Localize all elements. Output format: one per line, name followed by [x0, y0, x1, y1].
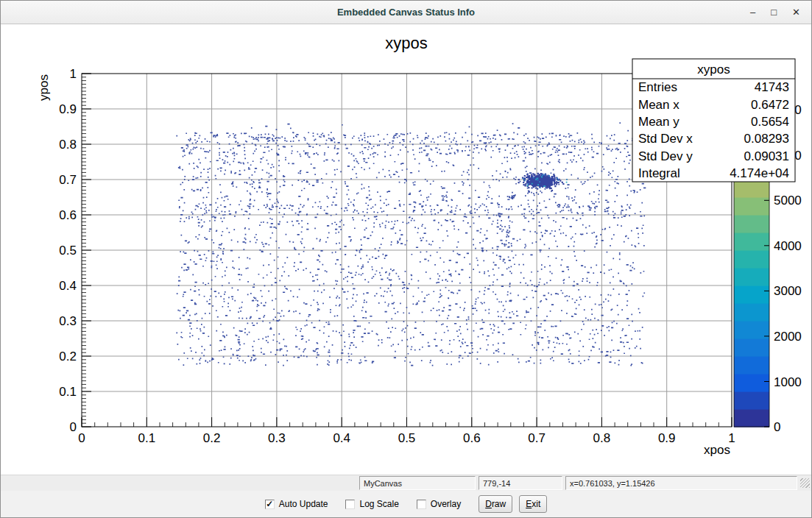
x-axis-title: xpos — [704, 443, 730, 457]
svg-text:xypos: xypos — [697, 63, 730, 77]
maximize-icon[interactable]: □ — [771, 7, 777, 17]
svg-text:0.4: 0.4 — [333, 431, 350, 445]
checkbox-box-icon: ✓ — [265, 500, 275, 509]
svg-text:0.5: 0.5 — [398, 431, 416, 445]
svg-text:41743: 41743 — [755, 80, 789, 94]
exit-button[interactable]: Exit — [519, 495, 547, 513]
svg-text:0.6: 0.6 — [59, 208, 77, 222]
cursor-pixel-cell: 779,-14 — [479, 476, 562, 490]
plot-title: xypos — [385, 34, 427, 52]
button-group: Draw Exit — [479, 495, 547, 513]
svg-text:0.7: 0.7 — [59, 173, 77, 187]
svg-text:0.5: 0.5 — [59, 244, 77, 258]
log-scale-checkbox[interactable]: Log Scale — [345, 499, 398, 509]
svg-text:0.1: 0.1 — [59, 385, 77, 399]
svg-text:0.08293: 0.08293 — [744, 132, 789, 146]
svg-text:1000: 1000 — [774, 375, 802, 389]
svg-text:0.2: 0.2 — [59, 350, 77, 363]
auto-update-label: Auto Update — [279, 499, 328, 509]
status-bar: MyCanvas 779,-14 x=0.761033, y=1.15426 — [1, 475, 811, 491]
svg-text:0.9: 0.9 — [658, 431, 676, 445]
close-icon[interactable]: ✕ — [792, 7, 800, 17]
embedded-canvas[interactable]: xypos 00.10.20.30.40.50.60.70.80.9100.10… — [1, 24, 811, 475]
svg-text:4000: 4000 — [774, 239, 802, 253]
svg-text:5000: 5000 — [774, 194, 802, 207]
canvas-name-cell: MyCanvas — [359, 476, 476, 490]
svg-text:Mean y: Mean y — [638, 115, 679, 129]
overlay-checkbox[interactable]: Overlay — [417, 499, 461, 509]
svg-text:2000: 2000 — [774, 330, 802, 344]
draw-button[interactable]: Draw — [479, 495, 512, 513]
svg-text:0.8: 0.8 — [59, 138, 77, 152]
stats-box[interactable]: xyposEntries41743Mean x0.6472Mean y0.565… — [632, 59, 795, 182]
log-scale-label: Log Scale — [359, 499, 398, 509]
resize-grip-icon[interactable] — [800, 478, 810, 488]
svg-text:0.6: 0.6 — [463, 431, 481, 445]
checkbox-box-icon — [345, 500, 355, 509]
y-axis-title: ypos — [37, 74, 51, 101]
svg-text:Mean x: Mean x — [638, 98, 679, 112]
svg-text:0.8: 0.8 — [593, 431, 611, 445]
svg-text:Entries: Entries — [638, 80, 677, 94]
svg-text:0.3: 0.3 — [268, 431, 286, 445]
checkbox-box-icon — [417, 500, 426, 509]
window-controls: – □ ✕ — [750, 7, 811, 17]
svg-text:Std Dev x: Std Dev x — [638, 132, 693, 146]
svg-text:0: 0 — [78, 431, 85, 445]
svg-text:0: 0 — [774, 420, 780, 434]
svg-text:1: 1 — [70, 67, 77, 81]
svg-text:Integral: Integral — [638, 166, 680, 180]
cursor-coords-cell: x=0.761033, y=1.15426 — [565, 476, 797, 490]
control-bar: ✓ Auto Update Log Scale Overlay Draw Exi… — [1, 491, 811, 517]
titlebar[interactable]: Embedded Canvas Status Info – □ ✕ — [1, 1, 811, 24]
xypos-plot[interactable]: xypos 00.10.20.30.40.50.60.70.80.9100.10… — [1, 24, 811, 475]
svg-text:3000: 3000 — [774, 284, 802, 298]
svg-text:0.6472: 0.6472 — [751, 98, 789, 112]
svg-text:Std Dev y: Std Dev y — [638, 149, 693, 163]
svg-text:0.1: 0.1 — [138, 431, 155, 445]
svg-text:4.174e+04: 4.174e+04 — [730, 166, 789, 180]
svg-text:0.2: 0.2 — [203, 431, 221, 445]
svg-text:0.09031: 0.09031 — [744, 149, 789, 163]
svg-text:0.7: 0.7 — [528, 431, 546, 445]
svg-text:0.4: 0.4 — [59, 279, 77, 293]
overlay-label: Overlay — [431, 499, 461, 509]
svg-text:0.9: 0.9 — [59, 102, 77, 116]
check-icon: ✓ — [266, 500, 273, 508]
scatter-points — [176, 122, 646, 366]
svg-text:0.3: 0.3 — [59, 314, 77, 328]
minimize-icon[interactable]: – — [750, 7, 755, 17]
auto-update-checkbox[interactable]: ✓ Auto Update — [265, 499, 328, 509]
svg-text:0: 0 — [70, 420, 77, 434]
svg-text:0.5654: 0.5654 — [751, 115, 789, 129]
status-spacer — [2, 476, 356, 490]
window-title: Embedded Canvas Status Info — [1, 7, 811, 18]
app-window: Embedded Canvas Status Info – □ ✕ xypos … — [0, 0, 812, 518]
